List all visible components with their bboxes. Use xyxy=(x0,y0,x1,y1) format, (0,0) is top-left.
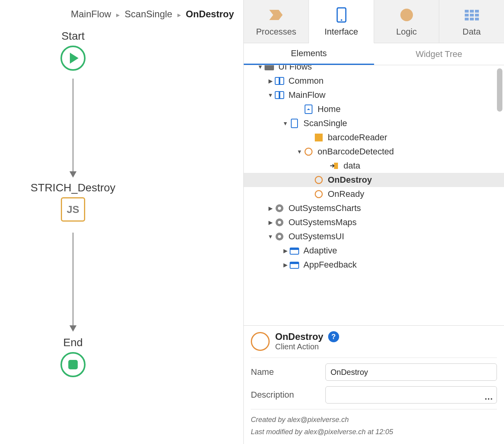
action-icon xyxy=(251,332,270,351)
flow-icon xyxy=(274,90,285,100)
tree-label: AppFeedback xyxy=(303,260,357,270)
flow-icon xyxy=(274,76,285,86)
tree-item-outsystemsmaps[interactable]: ▶ OutSystemsMaps xyxy=(244,215,504,229)
svg-rect-9 xyxy=(465,18,469,20)
sub-tabs: Elements Widget Tree xyxy=(244,43,504,65)
svg-point-20 xyxy=(305,148,312,155)
chevron-down-icon[interactable]: ▼ xyxy=(267,92,274,98)
chevron-down-icon[interactable]: ▼ xyxy=(256,65,264,70)
chevron-right-icon: ▸ xyxy=(177,11,181,19)
data-icon xyxy=(463,6,480,24)
tree-label: Common xyxy=(289,76,323,86)
divider xyxy=(251,358,497,358)
tree-label: OnDestroy xyxy=(328,175,372,185)
action-icon xyxy=(314,189,324,199)
svg-point-22 xyxy=(315,176,322,183)
folder-icon xyxy=(264,65,274,72)
placeholder-icon xyxy=(314,132,324,143)
svg-rect-8 xyxy=(475,14,479,17)
prop-name-input[interactable] xyxy=(325,363,497,381)
action-icon xyxy=(314,175,324,185)
svg-point-2 xyxy=(400,9,413,21)
chevron-right-icon[interactable]: ▶ xyxy=(267,78,274,84)
chevron-right-icon[interactable]: ▶ xyxy=(267,219,274,226)
tree-label: OutSystemsCharts xyxy=(289,203,361,213)
module-ref-icon xyxy=(274,231,285,242)
svg-rect-7 xyxy=(470,14,474,17)
tree-item-scansingle[interactable]: ▼ ScanSingle xyxy=(244,116,504,130)
tab-data[interactable]: Data xyxy=(439,0,504,43)
flow-canvas[interactable]: MainFlow ▸ ScanSingle ▸ OnDestroy Start … xyxy=(0,0,243,444)
tree-item-home[interactable]: ▶ Home xyxy=(244,102,504,116)
modified-by-text: Last modified by alex@pixelverse.ch at 1… xyxy=(251,428,497,436)
chevron-down-icon[interactable]: ▼ xyxy=(267,233,274,240)
tree-item-onbarcodedetected[interactable]: ▼ onBarcodeDetected xyxy=(244,145,504,159)
chevron-down-icon[interactable]: ▼ xyxy=(281,120,289,127)
connector-arrow[interactable] xyxy=(73,233,73,331)
tree-label: Home xyxy=(318,104,341,114)
tree-label: barcodeReader xyxy=(328,132,387,143)
svg-rect-3 xyxy=(465,10,469,13)
tree-label: Adaptive xyxy=(303,246,337,256)
tree-item-outsystemscharts[interactable]: ▶ OutSystemsCharts xyxy=(244,201,504,215)
prop-description-input[interactable] xyxy=(325,386,497,404)
breadcrumb-item-scansingle[interactable]: ScanSingle xyxy=(125,9,172,19)
js-node-label: STRICH_Destroy xyxy=(14,182,132,194)
breadcrumb-item-current: OnDestroy xyxy=(186,9,234,19)
element-tree[interactable]: ▼ UI Flows ▶ Common ▼ MainFlow ▶ Home ▼ xyxy=(244,65,504,325)
tree-item-mainflow[interactable]: ▼ MainFlow xyxy=(244,88,504,102)
svg-rect-6 xyxy=(465,14,469,17)
tab-processes[interactable]: Processes xyxy=(244,0,309,43)
prop-description-label: Description xyxy=(251,390,325,400)
chevron-right-icon[interactable]: ▶ xyxy=(281,262,289,268)
end-node[interactable]: End xyxy=(14,336,132,377)
tree-label: OnReady xyxy=(328,189,364,199)
tree-item-onready[interactable]: ▶ OnReady xyxy=(244,187,504,201)
interface-icon xyxy=(333,6,350,24)
breadcrumb: MainFlow ▸ ScanSingle ▸ OnDestroy xyxy=(71,9,234,20)
svg-rect-10 xyxy=(470,18,474,20)
end-icon xyxy=(60,352,86,377)
chevron-down-icon[interactable]: ▼ xyxy=(296,149,303,155)
scrollbar-thumb[interactable] xyxy=(497,68,502,112)
tree-item-ondestroy[interactable]: ▶ OnDestroy xyxy=(244,173,504,187)
block-folder-icon xyxy=(289,260,299,270)
start-icon xyxy=(60,46,86,71)
svg-rect-21 xyxy=(334,163,338,169)
tree-item-data[interactable]: ▶ data xyxy=(244,159,504,173)
chevron-right-icon[interactable]: ▶ xyxy=(281,248,289,254)
block-folder-icon xyxy=(289,246,299,256)
module-ref-icon xyxy=(274,203,285,213)
tree-label: data xyxy=(343,161,360,171)
tree-item-uiflows[interactable]: ▼ UI Flows xyxy=(244,65,504,74)
start-node[interactable]: Start xyxy=(14,30,132,71)
help-icon[interactable]: ? xyxy=(328,331,339,342)
tab-logic[interactable]: Logic xyxy=(374,0,439,43)
svg-point-1 xyxy=(341,19,342,21)
svg-rect-11 xyxy=(475,18,479,20)
start-label: Start xyxy=(14,30,132,42)
tree-label: OutSystemsMaps xyxy=(289,217,357,228)
chevron-right-icon[interactable]: ▶ xyxy=(267,205,274,211)
breadcrumb-item-mainflow[interactable]: MainFlow xyxy=(71,9,111,19)
svg-point-25 xyxy=(278,207,281,210)
subtab-elements[interactable]: Elements xyxy=(244,43,374,65)
tree-item-barcodereader[interactable]: ▶ barcodeReader xyxy=(244,130,504,145)
tree-item-appfeedback[interactable]: ▶ AppFeedback xyxy=(244,258,504,272)
tab-interface[interactable]: Interface xyxy=(309,0,374,43)
logic-icon xyxy=(398,6,415,24)
subtab-widget-tree[interactable]: Widget Tree xyxy=(374,43,504,65)
javascript-icon: JS xyxy=(61,197,85,222)
svg-rect-19 xyxy=(315,134,323,141)
created-by-text: Created by alex@pixelverse.ch xyxy=(251,416,497,424)
connector-arrow[interactable] xyxy=(73,79,73,177)
js-node[interactable]: STRICH_Destroy JS xyxy=(14,182,132,222)
tree-item-outsystemsui[interactable]: ▼ OutSystemsUI xyxy=(244,229,504,244)
svg-point-29 xyxy=(278,235,281,238)
end-label: End xyxy=(14,336,132,349)
tree-item-adaptive[interactable]: ▶ Adaptive xyxy=(244,244,504,258)
svg-rect-33 xyxy=(290,262,299,264)
tab-label: Data xyxy=(462,27,480,37)
svg-rect-31 xyxy=(290,248,299,250)
tree-item-common[interactable]: ▶ Common xyxy=(244,74,504,88)
